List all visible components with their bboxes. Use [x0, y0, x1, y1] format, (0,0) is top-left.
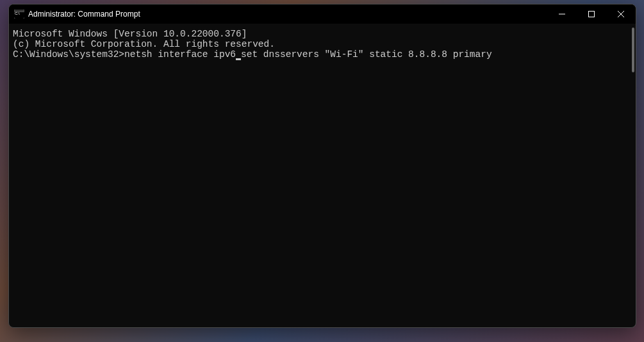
- terminal-content[interactable]: Microsoft Windows [Version 10.0.22000.37…: [9, 24, 636, 327]
- close-icon: [618, 11, 624, 17]
- window-controls: [547, 4, 636, 24]
- titlebar[interactable]: C:\ Administrator: Command Prompt: [9, 4, 636, 24]
- terminal-output-line: Microsoft Windows [Version 10.0.22000.37…: [13, 29, 632, 39]
- minimize-icon: [559, 11, 565, 17]
- titlebar-left: C:\ Administrator: Command Prompt: [14, 10, 140, 19]
- window-title: Administrator: Command Prompt: [28, 10, 140, 19]
- maximize-button[interactable]: [577, 4, 606, 24]
- cmd-icon: C:\: [14, 10, 24, 19]
- prompt-path: C:\Windows\system32>: [13, 49, 124, 60]
- terminal-output-line: (c) Microsoft Corporation. All rights re…: [13, 39, 632, 49]
- svg-rect-1: [589, 12, 595, 17]
- close-button[interactable]: [606, 4, 636, 24]
- command-text-after: set dnsservers "Wi-Fi" static 8.8.8.8 pr…: [241, 49, 492, 60]
- maximize-icon: [588, 11, 595, 17]
- command-text-before: netsh interface ipv6: [124, 49, 236, 60]
- text-cursor: [236, 58, 241, 60]
- command-prompt-window: C:\ Administrator: Command Prompt: [8, 4, 636, 328]
- minimize-button[interactable]: [547, 4, 577, 24]
- terminal-prompt-line: C:\Windows\system32>netsh interface ipv6…: [13, 49, 632, 60]
- scrollbar[interactable]: [632, 28, 634, 72]
